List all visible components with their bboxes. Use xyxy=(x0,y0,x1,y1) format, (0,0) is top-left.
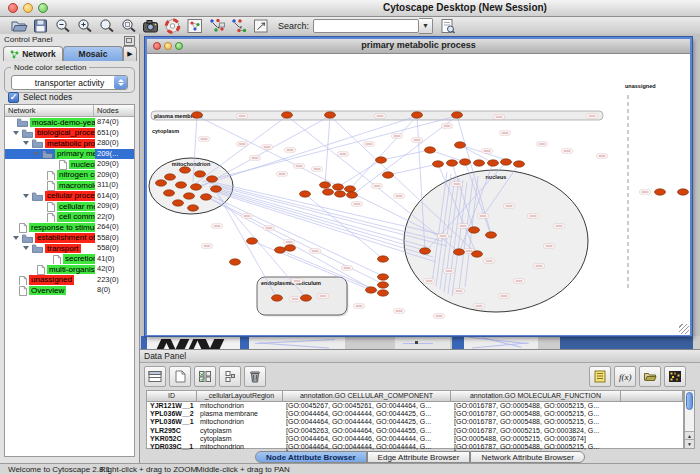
network-node[interactable] xyxy=(176,182,187,188)
network-node[interactable] xyxy=(188,205,199,211)
network-node[interactable] xyxy=(180,167,191,173)
network-node[interactable] xyxy=(376,157,387,163)
tree-row-cellular-metabo[interactable]: cellular metabo209(0) xyxy=(5,201,134,212)
network-node[interactable] xyxy=(347,192,358,198)
network-node[interactable] xyxy=(285,245,296,251)
expand-arrow-icon[interactable] xyxy=(23,194,29,198)
expand-arrow-icon[interactable] xyxy=(13,236,19,240)
control-panel-float-icon[interactable] xyxy=(124,36,135,46)
close-window-button[interactable] xyxy=(8,3,18,13)
table-column-header[interactable]: annotation.GO MOLECULAR_FUNCTION xyxy=(451,391,621,402)
tree-row-nitrogen-compo[interactable]: nitrogen compo209(0) xyxy=(5,170,134,181)
network-node[interactable] xyxy=(335,191,346,197)
table-column-header[interactable] xyxy=(621,391,683,402)
network-node[interactable] xyxy=(201,194,212,200)
network-node[interactable] xyxy=(433,161,444,167)
select-attributes-button[interactable] xyxy=(194,366,216,387)
table-row[interactable]: YDR039C__1mitochondrion[GO:0044464, GO:0… xyxy=(147,443,683,451)
tree-row-cellular-process[interactable]: cellular process614(0) xyxy=(5,191,134,202)
network-node[interactable] xyxy=(164,190,175,196)
network-canvas[interactable]: plasma membranecytoplasmmitochondrionnuc… xyxy=(147,54,690,335)
network-node[interactable] xyxy=(156,180,167,186)
network-node[interactable] xyxy=(366,287,377,293)
network-node[interactable] xyxy=(378,290,389,296)
layout-hierarchic-icon[interactable] xyxy=(230,18,248,34)
layout-organic-icon[interactable] xyxy=(208,18,226,34)
tab-node-attribute-browser[interactable]: Node Attribute Browser xyxy=(255,451,367,463)
tree-row-macromolecule[interactable]: macromolecule311(0) xyxy=(5,180,134,191)
table-row[interactable]: YPL036W__1mitochondrion[GO:0044464, GO:0… xyxy=(147,418,683,426)
table-row[interactable]: YJR121W__1mitochondrion[GO:0045267, GO:0… xyxy=(147,402,683,410)
zoom-window-button[interactable] xyxy=(38,3,48,13)
network-node[interactable] xyxy=(447,160,458,166)
network-node[interactable] xyxy=(173,200,184,206)
save-icon[interactable] xyxy=(32,18,50,34)
scroll-down-button[interactable]: ▼ xyxy=(685,439,694,448)
network-node[interactable] xyxy=(469,227,480,233)
new-attribute-button[interactable] xyxy=(169,366,191,387)
network-node[interactable] xyxy=(275,247,286,253)
tree-row-unassigned[interactable]: unassigned223(0) xyxy=(5,275,134,286)
tab-edge-attribute-browser[interactable]: Edge Attribute Browser xyxy=(367,451,471,463)
network-node[interactable] xyxy=(472,251,483,257)
network-node[interactable] xyxy=(192,112,203,118)
expand-arrow-icon[interactable] xyxy=(23,246,29,250)
network-node[interactable] xyxy=(378,282,389,288)
attr-table-button[interactable] xyxy=(144,366,166,387)
zoom-selected-icon[interactable] xyxy=(120,18,138,34)
tree-row-response-to-stimulu[interactable]: response to stimulu264(0) xyxy=(5,222,134,233)
table-vertical-scrollbar[interactable]: ▲ ▼ xyxy=(684,390,695,449)
network-node[interactable] xyxy=(454,249,465,255)
network-window-titlebar[interactable]: primary metabolic process xyxy=(147,39,690,54)
tree-column-nodes[interactable]: Nodes xyxy=(94,105,134,116)
expand-arrow-icon[interactable] xyxy=(33,152,39,156)
network-node[interactable] xyxy=(165,174,176,180)
annotation-icon[interactable] xyxy=(252,18,270,34)
tree-row-transport[interactable]: transport558(0) xyxy=(5,243,134,254)
tabs-overflow-button[interactable]: ▶ xyxy=(123,46,137,61)
tree-row-biological-process[interactable]: biological_process651(0) xyxy=(5,128,134,139)
node-color-select[interactable]: transporter activity xyxy=(11,75,128,90)
formula-button[interactable]: f(x) xyxy=(614,366,636,387)
network-node[interactable] xyxy=(412,112,423,118)
search-options-icon[interactable] xyxy=(439,18,457,34)
network-node[interactable] xyxy=(300,191,311,197)
tree-row-multi-organism-pro[interactable]: multi-organism pro42(0) xyxy=(5,264,134,275)
scrollbar-thumb[interactable] xyxy=(686,392,693,410)
table-row[interactable]: YKR052Ccytoplasm[GO:0044464, GO:0044446,… xyxy=(147,435,683,443)
network-node[interactable] xyxy=(474,160,485,166)
network-node[interactable] xyxy=(247,238,258,244)
zoom-in-icon[interactable] xyxy=(76,18,94,34)
import-attributes-button[interactable] xyxy=(639,366,661,387)
network-node[interactable] xyxy=(501,159,512,165)
tree-row-overview[interactable]: Overview8(0) xyxy=(5,285,134,296)
network-overview-icon[interactable] xyxy=(186,18,204,34)
network-node[interactable] xyxy=(207,176,218,182)
network-node[interactable] xyxy=(301,295,312,301)
zoom-out-icon[interactable] xyxy=(54,18,72,34)
open-file-icon[interactable] xyxy=(10,18,28,34)
network-node[interactable] xyxy=(378,256,389,262)
help-ring-icon[interactable] xyxy=(164,18,182,34)
table-row[interactable]: YLR295Ccytoplasm[GO:0045263, GO:0044464,… xyxy=(147,427,683,435)
network-node[interactable] xyxy=(378,274,389,280)
network-node[interactable] xyxy=(191,184,202,190)
network-node[interactable] xyxy=(345,186,356,192)
delete-attribute-button[interactable] xyxy=(244,366,266,387)
tree-row-metabolic-process[interactable]: metabolic process280(0) xyxy=(5,138,134,149)
attribute-list-button[interactable] xyxy=(589,366,611,387)
network-node[interactable] xyxy=(383,172,394,178)
table-column-header[interactable]: annotation.GO CELLULAR_COMPONENT xyxy=(283,391,451,402)
select-nodes-checkbox[interactable]: ✓ xyxy=(8,92,19,103)
tree-row-cell-communicat[interactable]: cell communicat22(0) xyxy=(5,212,134,223)
tree-row-nucleobase-[interactable]: nucleobase-209(0) xyxy=(5,159,134,170)
attribute-batch-button[interactable] xyxy=(219,366,241,387)
network-node[interactable] xyxy=(282,112,293,118)
network-node[interactable] xyxy=(230,259,241,265)
expand-arrow-icon[interactable] xyxy=(23,141,29,145)
table-column-header[interactable]: _cellularLayoutRegion xyxy=(197,391,283,402)
network-node[interactable] xyxy=(184,193,195,199)
tab-network-attribute-browser[interactable]: Network Attribute Browser xyxy=(470,451,584,463)
network-node[interactable] xyxy=(195,171,206,177)
network-node[interactable] xyxy=(420,248,431,254)
